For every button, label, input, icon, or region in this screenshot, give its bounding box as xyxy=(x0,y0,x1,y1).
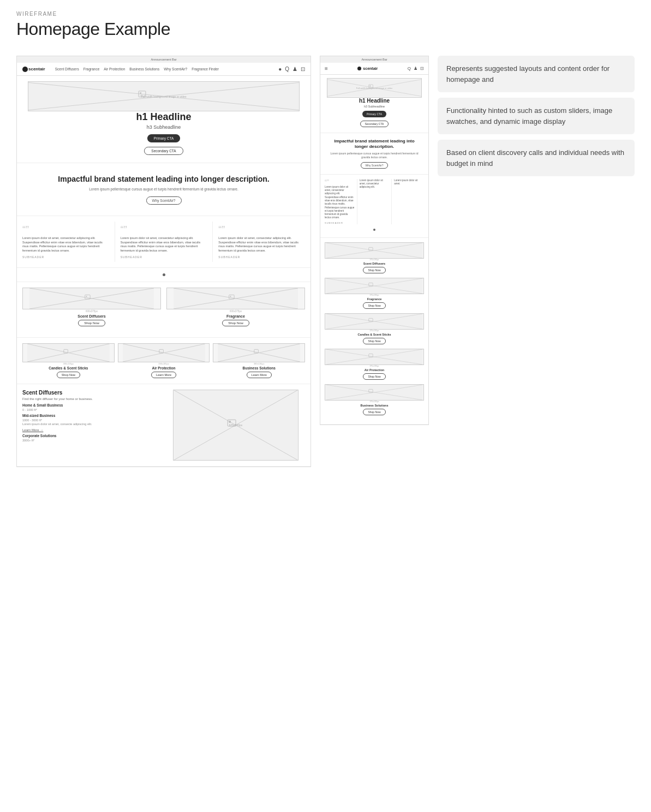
mobile-nav-icons: Q ♟ ⊡ xyxy=(408,66,424,71)
mobile-shop-item-air-protection: 375x195px Air Protection Shop Now xyxy=(325,349,424,380)
shop-categories-section: 600x375px Scent Diffusers Shop Now xyxy=(17,282,310,338)
testimonial-subheader: SUBHEADER xyxy=(121,255,207,259)
finder-item-range: 0 - 1000 ft² xyxy=(22,408,161,411)
brand-body: Lorem ipsum pellentesque cursus augue et… xyxy=(50,187,278,192)
mobile-logo: scentair xyxy=(357,67,378,71)
shop-image-size-label: 600x375px xyxy=(22,310,161,313)
mobile-carousel-dot[interactable] xyxy=(373,229,375,231)
mobile-search-icon[interactable]: Q xyxy=(408,66,411,71)
svg-point-4 xyxy=(140,92,141,94)
shop-item-diffusers: 600x375px Scent Diffusers Shop Now xyxy=(22,288,161,326)
mobile-brand-cta[interactable]: Why ScentAir? xyxy=(361,162,387,169)
carousel-dot[interactable] xyxy=(163,273,165,276)
cat-image-air xyxy=(118,343,210,362)
finder-item: Mid-sized Business 1000 - 3000 ft² Lorem… xyxy=(22,414,161,432)
mobile-shop-item-candles: 375x195px Candles & Scent Sticks Shop No… xyxy=(325,313,424,344)
nav-link[interactable]: Scent Diffusers xyxy=(55,67,79,71)
cat-image-size: 390x195px xyxy=(118,362,210,365)
mobile-image-size: 375x195px xyxy=(325,365,424,367)
nav-link[interactable]: Why ScentAir? xyxy=(164,67,187,71)
testimonial-subheader: SUBHEADER xyxy=(218,255,305,259)
logo-circle xyxy=(22,67,28,72)
cat-image-size: 390x195px xyxy=(213,362,305,365)
mobile-brand-heading: Impactful brand statement leading into l… xyxy=(328,139,421,150)
mobile-shop-image xyxy=(325,278,424,294)
nav-logo: scentair xyxy=(22,67,45,72)
mobile-shop-cta[interactable]: Shop Now xyxy=(363,338,385,344)
quote-mark-icon: “” xyxy=(218,225,305,235)
mobile-shop-image xyxy=(325,384,424,401)
mobile-hero-h3: h3 Subheadline xyxy=(327,105,422,108)
svg-point-36 xyxy=(369,86,371,87)
hero-section: Full-width background image or video h1 … xyxy=(17,76,310,163)
mobile-testimonial-item: “” Lorem ipsum dolor sit amet, consectet… xyxy=(325,179,355,224)
mobile-hero-section: Full-width background image or video h1 … xyxy=(320,75,428,133)
mobile-quote-mark-icon: “” xyxy=(325,179,355,186)
mobile-shop-name: Scent Diffusers xyxy=(325,262,424,265)
nav-link[interactable]: Fragrance xyxy=(83,67,100,71)
finder-left: Scent Diffusers Find the right diffuser … xyxy=(22,390,161,461)
mobile-primary-cta[interactable]: Primary CTA xyxy=(362,111,386,117)
mobile-testimonial-text: Lorem ipsum dolor sit amet, consectetur … xyxy=(360,179,390,189)
more-categories-section: 390x195px Candles & Scent Sticks Shop No… xyxy=(17,338,310,384)
quote-mark-icon: “” xyxy=(22,225,109,235)
brand-cta[interactable]: Why ScentAir? xyxy=(146,196,182,205)
mobile-shop-cta[interactable]: Shop Now xyxy=(363,373,385,380)
mobile-shop-image xyxy=(325,242,424,259)
hero-primary-cta[interactable]: Primary CTA xyxy=(147,134,181,142)
mobile-shop-cta[interactable]: Shop Now xyxy=(363,302,385,309)
finder-learn-more-link[interactable]: Learn More → xyxy=(22,428,43,432)
cat-item-candles: 390x195px Candles & Scent Sticks Shop No… xyxy=(22,343,115,378)
main-layout: Announcement Bar scentair Scent Diffuser… xyxy=(16,56,635,467)
mobile-testimonial-item: Lorem ipsum dolor sit amet, consectetur … xyxy=(357,179,390,224)
page-title: Homepage Example xyxy=(16,19,635,39)
mobile-shop-item-fragrance: 375x195px Fragrance Shop Now xyxy=(325,278,424,309)
search-icon[interactable]: Q xyxy=(285,66,289,72)
mobile-shop-name: Business Solutions xyxy=(325,404,424,407)
finder-right: 675x500px xyxy=(166,390,305,461)
mobile-cart-icon[interactable]: ⊡ xyxy=(420,66,424,71)
mobile-secondary-cta[interactable]: Secondary CTA xyxy=(360,121,389,127)
finder-item: Corporate Solutions 3000+ ft² xyxy=(22,434,161,442)
wireframe-mobile: Announcement Bar ≡ scentair Q ♟ ⊡ xyxy=(320,56,429,425)
shop-row-large: 600x375px Scent Diffusers Shop Now xyxy=(22,288,305,326)
mobile-nav: ≡ scentair Q ♟ ⊡ xyxy=(320,63,428,75)
finder-description: Find the right diffuser for your home or… xyxy=(22,397,161,401)
nav-link[interactable]: Air Protection xyxy=(104,67,125,71)
globe-icon[interactable]: ● xyxy=(278,66,282,72)
mobile-shop-cta[interactable]: Shop Now xyxy=(363,409,385,415)
mobile-testimonial-text: Lorem ipsum dolor sit amet, consectetur … xyxy=(325,186,355,220)
cat-name: Air Protection xyxy=(118,366,210,370)
nav-icons: ● Q ♟ ⊡ xyxy=(278,66,305,72)
page-label: WIREFRAME xyxy=(16,11,635,17)
logo-text: scentair xyxy=(28,67,45,71)
testimonial-text: Lorem ipsum dolor sit amet, consectetur … xyxy=(121,236,207,253)
nav-link[interactable]: Business Solutions xyxy=(129,67,159,71)
mobile-testimonial-subheader: SUBHEADER xyxy=(325,222,355,224)
cart-icon[interactable]: ⊡ xyxy=(301,66,305,72)
hero-secondary-cta[interactable]: Secondary CTA xyxy=(144,147,183,155)
shop-now-button[interactable]: Shop Now xyxy=(222,320,249,326)
finder-item-name: Mid-sized Business xyxy=(22,414,161,417)
svg-point-31 xyxy=(229,421,231,423)
shop-now-button[interactable]: Shop Now xyxy=(78,320,105,326)
mobile-user-icon[interactable]: ♟ xyxy=(414,66,417,71)
shop-category-name: Fragrance xyxy=(166,314,305,318)
hamburger-icon[interactable]: ≡ xyxy=(325,65,328,71)
mobile-brand-body: Lorem ipsum pellentesque cursus augue et… xyxy=(328,152,421,159)
shop-image-fragrance xyxy=(166,288,305,309)
mobile-testimonials-section: “” Lorem ipsum dolor sit amet, consectet… xyxy=(320,175,428,238)
mobile-hero-image: Full-width background image or video xyxy=(327,78,422,98)
mobile-shop-cta[interactable]: Shop Now xyxy=(363,267,385,273)
mobile-shop-item-business: 375x195px Business Solutions Shop Now xyxy=(325,384,424,415)
mobile-testimonial-text: Lorem ipsum dolor sit amet. xyxy=(394,179,424,186)
user-icon[interactable]: ♟ xyxy=(292,66,297,72)
cat-cta-button[interactable]: Shop Now xyxy=(57,372,80,378)
testimonial-text: Lorem ipsum dolor sit amet, consectetur … xyxy=(218,236,305,253)
cat-cta-button[interactable]: Learn More xyxy=(247,372,272,378)
cat-cta-button[interactable]: Learn More xyxy=(151,372,176,378)
finder-item-desc: Lorem ipsum dolor sit amet, consecte adi… xyxy=(22,422,161,426)
nav-link[interactable]: Fragrance Finder xyxy=(192,67,219,71)
cat-name: Candles & Scent Sticks xyxy=(22,366,115,370)
cat-image-business xyxy=(213,343,305,362)
